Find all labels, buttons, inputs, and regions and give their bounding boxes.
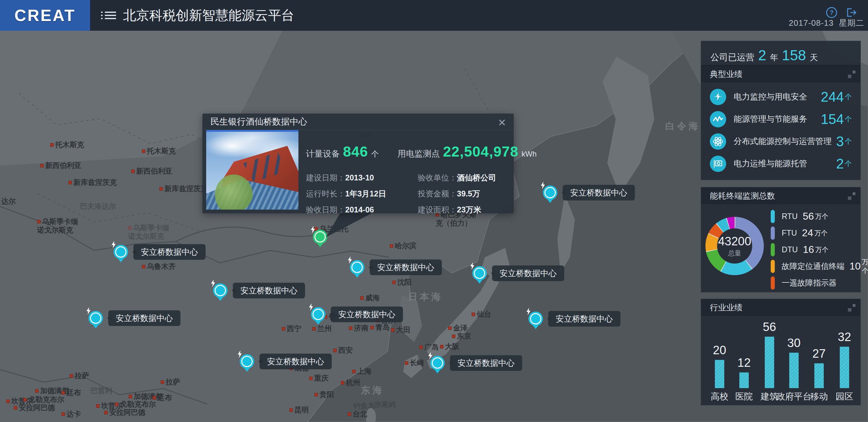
lightning-pin-icon[interactable] [543, 186, 557, 200]
lightning-icon [710, 89, 726, 105]
city-label: 戈勒克布尔 [115, 400, 156, 409]
field-label: 运行时长： [306, 189, 345, 198]
menu-list-icon[interactable] [101, 10, 116, 21]
city-dot-icon [153, 396, 156, 399]
city-dot-icon [282, 327, 285, 330]
city-label: 新库兹涅茨克 [68, 178, 117, 187]
typical-performance-item[interactable]: 能源管理与节能服务154个 [710, 108, 852, 130]
city-dot-icon [472, 313, 475, 316]
close-icon[interactable]: ✕ [496, 116, 507, 130]
lightning-pin-icon[interactable] [472, 266, 487, 281]
typical-item-value: 2 [836, 156, 844, 172]
city-dot-icon [115, 402, 118, 406]
city-dot-icon [129, 395, 132, 398]
typical-performance-item[interactable]: 电力运维与能源托管2个 [710, 153, 852, 175]
typical-item-label: 电力监控与用电安全 [734, 91, 821, 102]
help-circle-icon[interactable]: ? [825, 6, 838, 19]
industry-panel-header: 行业业绩 [701, 299, 861, 316]
industry-bar [814, 363, 824, 388]
marker-label-bubble[interactable]: 安立桥数据中心 [370, 259, 442, 275]
city-label: 长崎 [405, 359, 424, 367]
lightning-pin-icon[interactable] [114, 245, 128, 259]
city-label: 新库兹涅茨克 [159, 185, 208, 193]
typical-performance-item[interactable]: 电力监控与用电安全244个 [710, 86, 852, 108]
city-dot-icon [440, 345, 443, 348]
page-title: 北京科税创新智慧能源云平台 [123, 0, 294, 31]
marker-label-bubble[interactable]: 安立桥数据中心 [233, 283, 305, 298]
lightning-pin-icon[interactable] [89, 311, 103, 325]
typical-item-value: 154 [821, 111, 844, 127]
city-label: 杭州 [341, 379, 360, 387]
city-dot-icon [370, 326, 374, 329]
industry-bar [715, 360, 724, 388]
city-dot-icon [159, 187, 163, 190]
marker-label-bubble[interactable]: 安立桥数据中心 [133, 244, 206, 260]
city-label: 安拉阿巴德 [104, 408, 145, 417]
marker-label-bubble[interactable]: 安立桥数据中心 [563, 185, 635, 200]
lightning-pin-icon[interactable] [528, 312, 543, 326]
marker-label-bubble[interactable]: 安立桥数据中心 [259, 354, 332, 369]
city-label: 巴雷利 [90, 387, 112, 395]
metric-value: 22,504,978 [443, 143, 519, 160]
marker-label-bubble[interactable]: 安立桥数据中心 [548, 311, 620, 327]
typical-performance-item[interactable]: 分布式能源控制与运营管理3个 [710, 130, 852, 153]
city-dot-icon [349, 326, 352, 330]
sea-name-label: 东海 [361, 385, 384, 396]
marker-label-bubble[interactable]: 安立桥数据中心 [331, 306, 403, 322]
city-dot-icon [35, 389, 39, 392]
popup-metric: 计量设备846个 [306, 143, 379, 160]
legend-value: 16 [803, 244, 814, 255]
legend-value: 56 [803, 210, 814, 222]
city-dot-icon [341, 381, 344, 384]
lightning-pin-icon[interactable] [240, 354, 254, 369]
city-dot-icon [62, 412, 65, 416]
bar-value-label: 27 [812, 347, 826, 360]
popup-field: 建设日期：2013-10 [306, 172, 418, 183]
company-operation-row: 公司已运营 2 年 158 天 [701, 41, 861, 66]
donut-total-label: 总量 [728, 249, 741, 258]
marker-label-bubble[interactable]: 安立桥数据中心 [450, 355, 522, 371]
legend-unit: 万个 [815, 212, 829, 221]
marker-label-bubble[interactable]: 安立桥数据中心 [492, 265, 564, 281]
popup-field: 运行时长：1年3月12日 [306, 189, 418, 199]
city-label: 拉萨 [70, 371, 89, 380]
industry-bar [840, 347, 849, 388]
logout-icon[interactable] [845, 6, 857, 19]
bar-category-label: 移动 [810, 391, 828, 402]
marker-label-bubble[interactable]: 安立桥数据中心 [108, 310, 181, 326]
bar-value-label: 32 [838, 330, 851, 344]
lightning-pin-icon[interactable] [430, 356, 445, 370]
legend-value: 24 [802, 227, 813, 239]
bar-value-label: 56 [763, 320, 776, 334]
right-sidebar: 公司已运营 2 年 158 天 典型业绩 电力监控与用电安全244个能源管理与节… [701, 41, 861, 405]
lightning-pin-icon[interactable] [313, 230, 327, 244]
legend-label: 一遥故障指示器 [782, 278, 837, 288]
city-dot-icon [452, 334, 455, 338]
bar-category-label: 政府平台 [776, 391, 811, 402]
expand-icon[interactable] [848, 192, 856, 200]
wave-icon [710, 111, 726, 127]
city-label: 大阪 [440, 342, 459, 351]
city-label: 乌斯季卡缅 诺戈尔斯克 [37, 218, 78, 234]
city-dot-icon [360, 296, 364, 300]
expand-icon[interactable] [848, 304, 856, 312]
city-dot-icon [309, 377, 313, 380]
legend-row: 一遥故障指示器 [771, 274, 857, 291]
expand-icon[interactable] [848, 71, 856, 78]
legend-label: DTU [782, 245, 798, 254]
sea-name-label: 日本海 [408, 291, 443, 302]
lightning-pin-icon[interactable] [213, 283, 227, 298]
city-label: 西宁 [282, 324, 301, 333]
field-label: 建设面积： [418, 205, 457, 214]
city-dot-icon [142, 265, 145, 268]
city-dot-icon [23, 398, 27, 401]
lightning-pin-icon[interactable] [350, 260, 364, 274]
field-label: 验收单位： [418, 173, 457, 182]
station-info-popup: 民生银行酒仙桥数据中心 ✕ 计量设备846个用电监测点22,504,978kWh… [203, 113, 514, 213]
lightning-pin-icon[interactable] [311, 307, 326, 322]
bar-category-label: 高校 [711, 391, 728, 402]
city-dot-icon [391, 328, 395, 332]
typical-item-unit: 个 [845, 92, 852, 102]
city-dot-icon [419, 346, 423, 349]
sea-name-label: 白令海 [665, 121, 700, 131]
